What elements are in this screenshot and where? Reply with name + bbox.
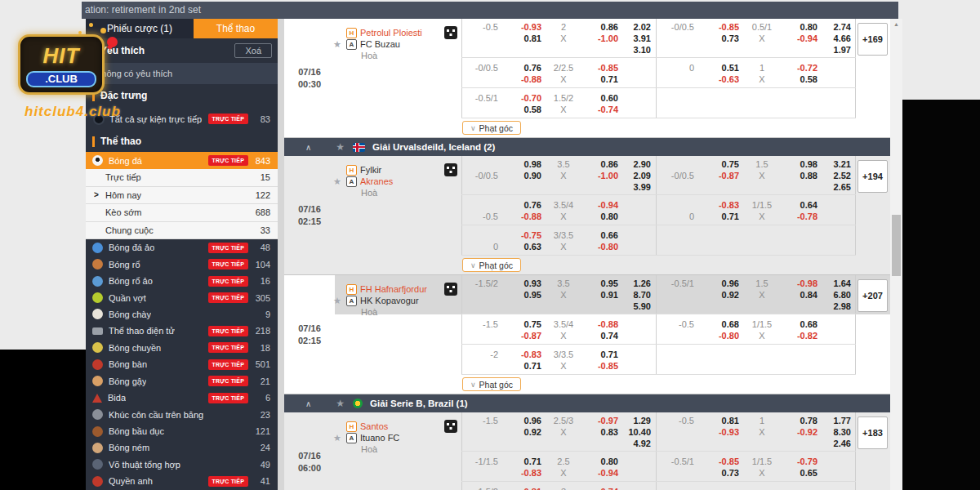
odds-value[interactable]: 0.71 [501, 360, 546, 372]
favorite-star-icon[interactable]: ★ [333, 433, 341, 443]
odds-value[interactable]: -0.83 [501, 467, 546, 479]
odds-value[interactable]: -0.80 [581, 241, 623, 252]
tab-sports[interactable]: Thể thao [194, 19, 278, 38]
odds-value[interactable]: 0.92 [501, 426, 546, 438]
favorite-star-icon[interactable]: ★ [333, 296, 341, 306]
odds-value[interactable]: -0.74 [581, 486, 623, 490]
odds-value[interactable]: 3.99 [623, 181, 655, 193]
odds-value[interactable]: 0.58 [780, 74, 822, 85]
odds-value[interactable]: -0.80 [697, 330, 744, 341]
odds-value[interactable]: -0.72 [780, 62, 822, 74]
sidebar-item-6[interactable]: Bóng rổTRỰC TIẾP104 [86, 256, 278, 272]
odds-value[interactable]: 0.96 [501, 415, 546, 426]
odds-value[interactable]: 6.80 [822, 289, 855, 301]
odds-value[interactable]: 2.02 [623, 21, 655, 33]
odds-value[interactable]: 3.91 [623, 33, 655, 44]
odds-value[interactable]: -0.75 [501, 229, 546, 241]
odds-value[interactable]: 1.97 [822, 44, 855, 56]
odds-value[interactable]: 0.95 [501, 289, 546, 301]
odds-value[interactable]: 0.92 [697, 289, 744, 301]
odds-value[interactable]: -0.74 [581, 104, 623, 115]
odds-value[interactable]: 4.92 [623, 438, 655, 449]
odds-value[interactable]: 0.73 [697, 33, 744, 44]
odds-value[interactable]: 2.98 [822, 301, 855, 312]
odds-value[interactable]: 0.83 [581, 426, 623, 438]
sidebar-item-15[interactable]: Khúc côn cầu trên băng23 [86, 406, 278, 422]
sidebar-item-12[interactable]: Bóng bànTRỰC TIẾP501 [86, 356, 278, 372]
odds-value[interactable]: -0.98 [780, 278, 822, 289]
star-icon[interactable]: ★ [336, 398, 345, 409]
odds-value[interactable]: 0.68 [697, 318, 744, 330]
odds-value[interactable]: -0.85 [697, 21, 744, 33]
odds-value[interactable]: -1.00 [581, 33, 623, 44]
odds-value[interactable]: -0.70 [501, 92, 546, 104]
sidebar-item-0[interactable]: Bóng đáTRỰC TIẾP843 [86, 152, 278, 169]
more-bets-button[interactable]: +207 [858, 279, 888, 312]
odds-value[interactable]: 8.30 [822, 426, 855, 438]
odds-value[interactable]: 0.68 [780, 318, 822, 330]
chevron-up-icon[interactable]: ∧ [305, 143, 311, 152]
odds-value[interactable]: 0.58 [501, 104, 546, 115]
odds-value[interactable]: 0.80 [581, 211, 623, 222]
away-team-row[interactable]: ★AFC Buzau [335, 39, 461, 50]
sidebar-item-14[interactable]: BidaTRỰC TIẾP6 [86, 390, 278, 406]
odds-value[interactable]: -0.82 [780, 330, 822, 341]
odds-value[interactable]: -0.83 [697, 199, 744, 211]
odds-value[interactable]: -0.94 [581, 199, 623, 211]
scroll-up-arrow-icon[interactable]: ▲ [890, 21, 902, 27]
odds-value[interactable]: 2.90 [623, 158, 655, 170]
odds-value[interactable]: 0.81 [501, 33, 546, 44]
odds-value[interactable]: 0.64 [780, 199, 822, 211]
scrollbar[interactable]: ▲ [890, 19, 902, 490]
odds-value[interactable]: 0.88 [780, 170, 822, 181]
odds-value[interactable]: 0.65 [780, 467, 822, 479]
odds-value[interactable]: 0.78 [780, 415, 822, 426]
odds-value[interactable]: -0.88 [501, 211, 546, 222]
more-bets-button[interactable]: +183 [858, 416, 888, 449]
home-team-row[interactable]: HFH Hafnarfjordur [335, 284, 461, 295]
odds-value[interactable]: -0.83 [501, 349, 546, 360]
odds-value[interactable]: 0.71 [501, 456, 546, 467]
odds-value[interactable]: -0.93 [697, 426, 744, 438]
sidebar-item-18[interactable]: Võ thuật tổng hợp49 [86, 457, 278, 473]
odds-value[interactable]: -0.78 [780, 211, 822, 222]
sidebar-item-1[interactable]: Trực tiếp15 [86, 169, 278, 187]
odds-value[interactable]: 0.95 [581, 278, 623, 289]
odds-value[interactable]: -0.94 [780, 33, 822, 44]
odds-value[interactable]: 1.26 [623, 278, 655, 289]
odds-value[interactable]: 0.80 [780, 21, 822, 33]
favorite-star-icon[interactable]: ★ [333, 176, 341, 187]
odds-value[interactable]: 4.66 [822, 33, 855, 44]
odds-value[interactable]: -0.81 [501, 486, 546, 490]
sidebar-item-19[interactable]: Quyền anhTRỰC TIẾP41 [86, 473, 278, 489]
odds-value[interactable]: -0.94 [581, 467, 623, 479]
odds-value[interactable]: 0.81 [697, 415, 744, 426]
odds-value[interactable]: -0.88 [501, 74, 546, 85]
statistics-icon[interactable] [444, 26, 457, 39]
odds-value[interactable]: 2.74 [822, 21, 855, 33]
odds-value[interactable]: 0.74 [581, 330, 623, 341]
odds-value[interactable]: -0.87 [697, 170, 744, 181]
odds-value[interactable]: -0.85 [581, 360, 623, 372]
odds-value[interactable]: 10.40 [623, 426, 655, 438]
sidebar-item-16[interactable]: Bóng bầu dục121 [86, 423, 278, 439]
odds-value[interactable]: 0.60 [581, 92, 623, 104]
odds-value[interactable]: -0.93 [501, 21, 546, 33]
odds-value[interactable]: 0.73 [697, 467, 744, 479]
sidebar-item-11[interactable]: Bóng chuyềnTRỰC TIẾP18 [86, 340, 278, 356]
statistics-icon[interactable] [444, 283, 457, 296]
sidebar-item-5[interactable]: Bóng đá ảoTRỰC TIẾP48 [86, 239, 278, 256]
odds-value[interactable]: 0.71 [697, 211, 744, 222]
odds-value[interactable]: 0.71 [581, 349, 623, 360]
scrollbar-thumb[interactable] [892, 215, 901, 276]
corner-kick-button[interactable]: ∨Phạt góc [462, 377, 521, 391]
home-team-row[interactable]: HFylkir [335, 165, 461, 176]
sidebar-item-9[interactable]: Bóng chày9 [86, 306, 278, 323]
clear-favorites-button[interactable]: Xoá [234, 43, 272, 58]
away-team-row[interactable]: ★AItuano FC [335, 433, 461, 443]
odds-value[interactable]: 0.51 [697, 62, 744, 74]
away-team-row[interactable]: ★AAkranes [335, 176, 461, 187]
odds-value[interactable]: 0.96 [697, 278, 744, 289]
odds-value[interactable]: 0.80 [581, 456, 623, 467]
odds-value[interactable]: 2.46 [822, 438, 855, 449]
